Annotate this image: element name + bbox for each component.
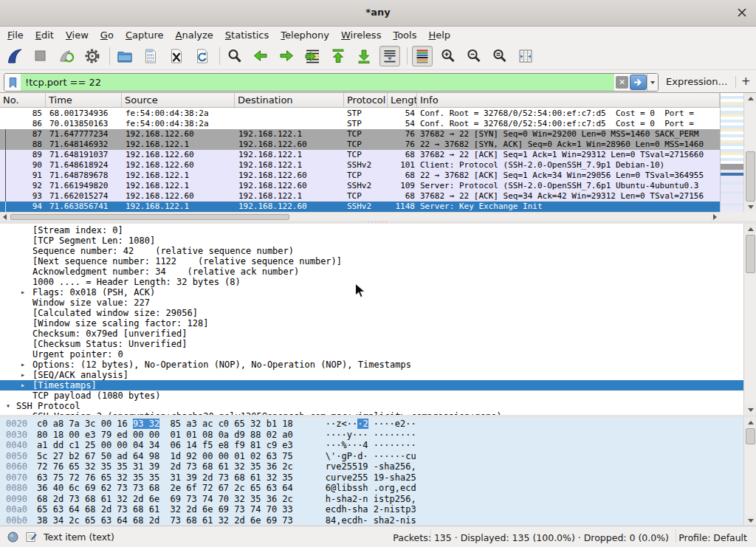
packet-row-86[interactable]: 8670.013850163fe:54:00:d4:38:2aSTP54Conf… — [0, 119, 720, 129]
packet-list-hscrollbar[interactable] — [0, 212, 720, 221]
packet-row-94[interactable]: 9471.663856741192.168.122.1192.168.122.6… — [0, 202, 720, 212]
column-header-info[interactable]: Info — [417, 93, 720, 107]
menu-file[interactable]: File — [1, 28, 30, 42]
zoom-reset-button[interactable] — [489, 46, 510, 66]
menu-analyze[interactable]: Analyze — [170, 28, 219, 42]
detail-line[interactable]: Acknowledgment number: 34 (relative ack … — [0, 266, 743, 277]
go-to-packet-button[interactable] — [302, 46, 323, 66]
hex-row-0090[interactable]: 009068 2d 73 68 61 32 2d 6e 69 73 74 70 … — [0, 494, 743, 505]
detail-line[interactable]: [Calculated window size: 29056] — [0, 308, 743, 318]
open-file-button[interactable] — [114, 46, 135, 66]
hex-row-0040[interactable]: 0040a1 dd c1 25 00 00 04 34 06 14 f5 e8 … — [0, 440, 743, 451]
filter-clear-button[interactable]: ✕ — [616, 76, 628, 89]
hex-row-0070[interactable]: 007063 75 72 76 65 32 35 35 31 39 2d 73 … — [0, 472, 743, 484]
save-file-button[interactable]: 010101100113 — [140, 46, 161, 66]
reload-file-button[interactable] — [192, 46, 213, 66]
find-packet-button[interactable] — [224, 46, 245, 66]
scroll-left-button[interactable] — [0, 213, 10, 221]
detail-line[interactable]: [Next sequence number: 1122 (relative se… — [0, 256, 743, 266]
packet-row-92[interactable]: 9271.661949820192.168.122.1192.168.122.6… — [0, 181, 720, 191]
expander-open-icon[interactable]: ▾ — [6, 401, 10, 411]
hex-row-00a0[interactable]: 00a065 63 64 68 2d 73 68 61 32 2d 6e 69 … — [0, 504, 743, 515]
zoom-out-button[interactable] — [464, 46, 484, 66]
detail-line[interactable]: Window size value: 227 — [0, 297, 743, 308]
go-back-button[interactable] — [250, 46, 271, 66]
detail-line[interactable]: ▸[Timestamps] — [0, 380, 743, 391]
packet-row-91[interactable]: 9171.648789678192.168.122.1192.168.122.6… — [0, 171, 720, 181]
scroll-right-button[interactable] — [710, 213, 720, 221]
column-header-destination[interactable]: Destination — [235, 93, 344, 107]
hex-row-0030[interactable]: 003080 18 00 e3 79 ed 00 00 01 01 08 0a … — [0, 430, 743, 441]
scroll-up-button[interactable] — [745, 417, 756, 427]
auto-scroll-button[interactable] — [379, 46, 400, 66]
packet-row-87[interactable]: 8771.647777234192.168.122.60192.168.122.… — [0, 129, 720, 140]
detail-line[interactable]: 1000 .... = Header Length: 32 bytes (8) — [0, 277, 743, 287]
go-to-top-button[interactable] — [328, 46, 348, 66]
go-to-bottom-button[interactable] — [354, 46, 374, 66]
expander-closed-icon[interactable]: ▸ — [21, 370, 25, 380]
detail-line[interactable]: [TCP Segment Len: 1080] — [0, 235, 743, 246]
capture-comment-icon[interactable] — [25, 531, 37, 543]
detail-line[interactable]: Sequence number: 42 (relative sequence n… — [0, 246, 743, 256]
restart-capture-button[interactable] — [56, 46, 77, 66]
bytes-vscrollbar[interactable] — [743, 417, 756, 526]
scrollbar-thumb[interactable] — [746, 428, 755, 444]
packet-row-89[interactable]: 8971.648191037192.168.122.60192.168.122.… — [0, 150, 720, 160]
packet-row-90[interactable]: 9071.648618924192.168.122.60192.168.122.… — [0, 160, 720, 171]
filter-bookmark-button[interactable] — [4, 74, 21, 91]
hex-row-0080[interactable]: 008036 40 6c 69 62 73 73 68 2e 6f 72 67 … — [0, 483, 743, 494]
expander-closed-icon[interactable]: ▸ — [21, 287, 25, 297]
menu-help[interactable]: Help — [422, 28, 456, 42]
detail-line[interactable]: ▸Options: (12 bytes), No-Operation (NOP)… — [0, 359, 743, 370]
scrollbar-thumb[interactable] — [746, 151, 755, 202]
column-header-no[interactable]: No. — [0, 93, 46, 107]
details-vscrollbar[interactable] — [743, 224, 756, 415]
scroll-down-button[interactable] — [745, 405, 756, 415]
scroll-down-button[interactable] — [745, 515, 756, 526]
colorize-button[interactable] — [412, 46, 433, 66]
detail-line[interactable]: Urgent pointer: 0 — [0, 349, 743, 359]
detail-line[interactable]: ▾SSH Protocol — [0, 401, 743, 411]
intelligent-scrollbar-minimap[interactable] — [720, 93, 743, 212]
menu-wireless[interactable]: Wireless — [335, 28, 387, 42]
menu-view[interactable]: View — [60, 28, 94, 42]
expert-info-icon[interactable] — [7, 531, 18, 543]
detail-line[interactable]: [Checksum Status: Unverified] — [0, 339, 743, 349]
packet-row-85[interactable]: 8568.001734936fe:54:00:d4:38:2aSTP54Conf… — [0, 109, 720, 119]
column-header-length[interactable]: Length — [388, 93, 417, 107]
capture-options-button[interactable] — [82, 46, 103, 66]
go-forward-button[interactable] — [276, 46, 297, 66]
close-file-button[interactable] — [166, 46, 187, 66]
scroll-up-button[interactable] — [745, 224, 756, 234]
hex-row-0020[interactable]: 0020c0 a8 7a 3c 00 16 93 32 85 a3 ac c0 … — [0, 419, 743, 430]
filter-history-dropdown[interactable] — [647, 74, 658, 91]
detail-line[interactable]: ▸Flags: 0x018 (PSH, ACK) — [0, 287, 743, 297]
profile-text[interactable]: Profile: Default — [678, 532, 747, 543]
scroll-up-button[interactable] — [745, 93, 756, 103]
expression-button[interactable]: Expression… — [666, 76, 728, 87]
hex-row-0050[interactable]: 00505c 27 b2 67 50 ad 64 98 1d 92 00 00 … — [0, 451, 743, 462]
detail-line[interactable]: ▸[SEQ/ACK analysis] — [0, 370, 743, 380]
column-header-source[interactable]: Source — [122, 93, 235, 107]
menu-tools[interactable]: Tools — [387, 28, 422, 42]
expander-closed-icon[interactable]: ▸ — [21, 359, 25, 370]
packet-row-88[interactable]: 8871.648146932192.168.122.1192.168.122.6… — [0, 140, 720, 150]
detail-line[interactable]: Checksum: 0x79ed [unverified] — [0, 328, 743, 339]
zoom-in-button[interactable] — [438, 46, 458, 66]
menu-go[interactable]: Go — [94, 28, 120, 42]
menu-edit[interactable]: Edit — [30, 28, 60, 42]
scroll-down-button[interactable] — [745, 202, 756, 212]
detail-line[interactable]: [Stream index: 0] — [0, 225, 743, 235]
menu-telephony[interactable]: Telephony — [275, 28, 335, 42]
expander-closed-icon[interactable]: ▸ — [21, 380, 25, 391]
packet-row-93[interactable]: 9371.662015274192.168.122.60192.168.122.… — [0, 191, 720, 202]
display-filter-input[interactable] — [21, 74, 614, 91]
filter-apply-button[interactable] — [630, 75, 647, 90]
start-capture-button[interactable] — [4, 46, 25, 66]
scrollbar-thumb[interactable] — [746, 235, 755, 273]
column-header-protocol[interactable]: Protocol — [344, 93, 388, 107]
menu-statistics[interactable]: Statistics — [219, 28, 275, 42]
detail-line[interactable]: [Window size scaling factor: 128] — [0, 318, 743, 328]
hex-row-0060[interactable]: 006072 76 65 32 35 35 31 39 2d 73 68 61 … — [0, 461, 743, 472]
column-header-time[interactable]: Time — [46, 93, 122, 107]
